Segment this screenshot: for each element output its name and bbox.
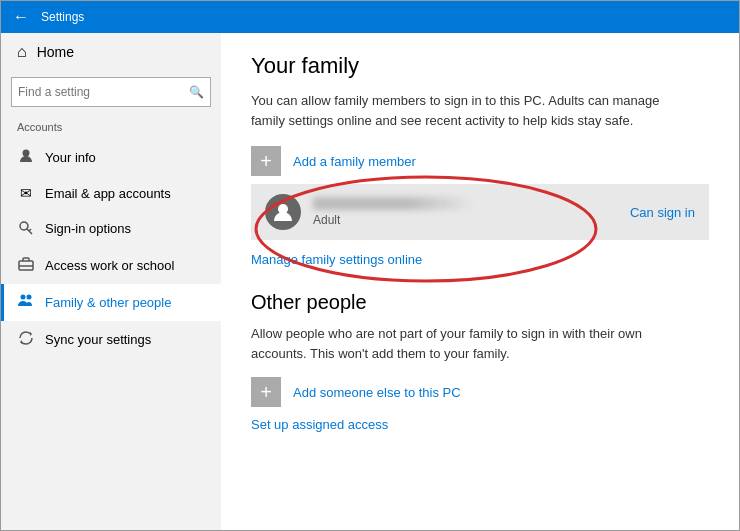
sidebar-item-your-info[interactable]: Your info	[1, 139, 221, 176]
add-family-label: Add a family member	[293, 154, 416, 169]
home-icon: ⌂	[17, 43, 27, 61]
title-bar-title: Settings	[41, 10, 84, 24]
content-area: Your family You can allow family members…	[221, 33, 739, 530]
add-family-member-row[interactable]: + Add a family member	[251, 146, 709, 176]
other-people-description: Allow people who are not part of your fa…	[251, 324, 651, 363]
sidebar-home-label: Home	[37, 44, 74, 60]
sidebar-label-email: Email & app accounts	[45, 186, 171, 201]
sidebar-item-family[interactable]: Family & other people	[1, 284, 221, 321]
svg-point-1	[20, 222, 28, 230]
assigned-access-link[interactable]: Set up assigned access	[251, 417, 388, 432]
person-icon	[17, 148, 35, 167]
back-button[interactable]: ←	[9, 5, 33, 29]
svg-point-4	[21, 295, 26, 300]
add-family-icon: +	[251, 146, 281, 176]
key-icon	[17, 219, 35, 238]
avatar	[265, 194, 301, 230]
sidebar-label-work: Access work or school	[45, 258, 174, 273]
sidebar-label-family: Family & other people	[45, 295, 171, 310]
accounts-section-label: Accounts	[1, 117, 221, 139]
svg-point-0	[23, 150, 30, 157]
sync-icon	[17, 330, 35, 349]
sidebar-item-work[interactable]: Access work or school	[1, 247, 221, 284]
member-info: Adult	[313, 197, 630, 227]
briefcase-icon	[17, 256, 35, 275]
search-icon: 🔍	[189, 85, 204, 99]
add-other-icon: +	[251, 377, 281, 407]
add-other-label: Add someone else to this PC	[293, 385, 461, 400]
family-description: You can allow family members to sign in …	[251, 91, 671, 130]
can-sign-in-label[interactable]: Can sign in	[630, 205, 695, 220]
search-box: 🔍	[11, 77, 211, 107]
family-icon	[17, 293, 35, 312]
sidebar: ⌂ Home 🔍 Accounts Your info ✉ Email & ap…	[1, 33, 221, 530]
sidebar-label-your-info: Your info	[45, 150, 96, 165]
other-people-title: Other people	[251, 291, 709, 314]
title-bar: ← Settings	[1, 1, 739, 33]
sidebar-item-signin[interactable]: Sign-in options	[1, 210, 221, 247]
member-email	[313, 197, 473, 210]
manage-family-link[interactable]: Manage family settings online	[251, 252, 422, 267]
sidebar-item-email[interactable]: ✉ Email & app accounts	[1, 176, 221, 210]
sidebar-label-sync: Sync your settings	[45, 332, 151, 347]
email-icon: ✉	[17, 185, 35, 201]
main-layout: ⌂ Home 🔍 Accounts Your info ✉ Email & ap…	[1, 33, 739, 530]
sidebar-item-sync[interactable]: Sync your settings	[1, 321, 221, 358]
search-input[interactable]	[18, 85, 189, 99]
family-member-card[interactable]: Adult Can sign in	[251, 184, 709, 240]
sidebar-label-signin: Sign-in options	[45, 221, 131, 236]
svg-point-5	[27, 295, 32, 300]
member-role: Adult	[313, 213, 630, 227]
add-other-person-row[interactable]: + Add someone else to this PC	[251, 377, 709, 407]
family-section-wrapper: Adult Can sign in	[251, 184, 709, 240]
sidebar-item-home[interactable]: ⌂ Home	[1, 33, 221, 71]
family-title: Your family	[251, 53, 709, 79]
